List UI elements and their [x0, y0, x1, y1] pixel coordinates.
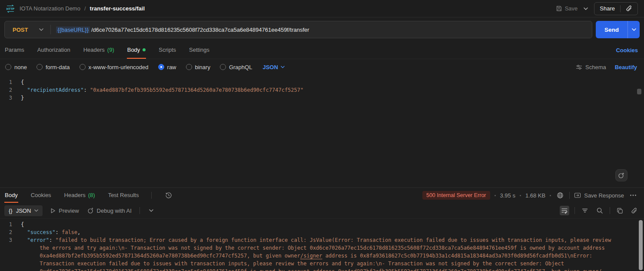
request-tabs: Params Authorization Headers (9) Body Sc… [4, 42, 210, 59]
radio-label: raw [167, 64, 176, 70]
copy-icon [617, 207, 623, 214]
wrap-text-button[interactable] [560, 206, 569, 215]
share-button[interactable]: Share [594, 3, 620, 15]
code-text: { [17, 221, 615, 228]
code-line: 2 "recipientAddress": "0xa4ed887bf2efb39… [0, 86, 644, 94]
more-options-button[interactable] [628, 193, 638, 197]
copy-link-button[interactable] [621, 3, 637, 15]
dot-separator [495, 195, 496, 196]
response-toolbar-right [560, 206, 639, 215]
raw-language-selector[interactable]: JSON [262, 64, 284, 70]
code-line: 3 "error": "failed to build transaction;… [0, 236, 644, 271]
method-selector[interactable]: POST [5, 21, 50, 38]
radio-binary[interactable]: binary [186, 64, 210, 70]
postbot-icon [87, 207, 94, 214]
response-size: 1.68 KB [525, 192, 545, 199]
response-body-editor[interactable]: 1{2 "success": false,3 "error": "failed … [0, 219, 644, 271]
beautify-button[interactable]: Beautify [615, 64, 637, 70]
method-label: POST [13, 27, 28, 33]
save-response-icon [574, 192, 581, 198]
share-button-label: Share [600, 5, 615, 12]
schema-button[interactable]: Schema [576, 64, 606, 70]
filter-icon [581, 207, 588, 214]
dot-separator [520, 195, 521, 196]
code-text: "error": "failed to build transaction; E… [17, 236, 615, 271]
topbar-actions: Save Share [556, 2, 638, 15]
ai-sparkle-icon [618, 172, 625, 179]
tab-label: Authorization [37, 47, 70, 53]
tab-label: Scripts [159, 47, 176, 53]
tab-params[interactable]: Params [4, 42, 25, 59]
debug-with-ai-button[interactable]: Debug with AI [87, 207, 132, 214]
save-icon [556, 5, 562, 12]
radio-form-data[interactable]: form-data [37, 64, 70, 70]
request-body-editor[interactable]: 1{2 "recipientAddress": "0xa4ed887bf2efb… [0, 75, 644, 187]
filter-button[interactable] [580, 206, 590, 215]
search-button[interactable] [595, 206, 604, 215]
line-number: 3 [0, 94, 17, 102]
response-scrollbar-thumb[interactable] [639, 220, 643, 270]
tab-authorization[interactable]: Authorization [37, 42, 71, 59]
network-info-button[interactable] [555, 191, 565, 200]
save-button[interactable]: Save [556, 5, 578, 12]
tab-response-body[interactable]: Body [4, 188, 18, 203]
send-options-chevron-icon[interactable] [627, 21, 640, 38]
copy-response-link-button[interactable] [630, 206, 639, 215]
radio-raw[interactable]: raw [158, 64, 176, 70]
response-history-button[interactable] [164, 191, 173, 200]
breadcrumb-collection[interactable]: IOTA Notarization Demo [20, 5, 80, 12]
tab-response-cookies[interactable]: Cookies [30, 188, 52, 203]
radio-x-www-form-urlencoded[interactable]: x-www-form-urlencoded [80, 64, 149, 70]
share-group: Share [594, 2, 638, 15]
divider [569, 192, 570, 199]
more-actions-chevron-icon[interactable] [148, 208, 155, 213]
request-body-code: 1{2 "recipientAddress": "0xa4ed887bf2efb… [0, 78, 644, 102]
line-number: 1 [0, 78, 17, 86]
breadcrumb-request-name: transfer-success/fail [90, 5, 145, 12]
divider [139, 207, 140, 214]
copy-response-button[interactable] [615, 206, 624, 215]
save-response-button[interactable]: Save Response [574, 192, 624, 199]
tab-label: Settings [189, 47, 209, 53]
radio-graphql[interactable]: GraphQL [220, 64, 252, 70]
code-line: 3} [0, 94, 644, 102]
tab-headers[interactable]: Headers (9) [83, 42, 115, 59]
tab-scripts[interactable]: Scripts [158, 42, 176, 59]
radio-circle-selected-icon [158, 64, 164, 70]
line-number: 1 [0, 221, 17, 228]
ellipsis-icon [630, 194, 637, 196]
tab-label: Headers [64, 192, 86, 198]
code-text: } [17, 94, 615, 102]
code-text: "recipientAddress": "0xa4ed887bf2efb395b… [17, 86, 615, 94]
body-type-row: none form-data x-www-form-urlencoded raw… [0, 59, 644, 75]
tab-label: Cookies [31, 192, 51, 198]
tab-settings[interactable]: Settings [189, 42, 210, 59]
preview-button[interactable]: Preview [50, 207, 79, 214]
tab-test-results[interactable]: Test Results [108, 188, 139, 203]
play-icon [50, 208, 56, 214]
send-button[interactable]: Send [596, 21, 627, 38]
radio-circle-icon [80, 64, 86, 70]
sliders-icon [576, 64, 582, 70]
line-number: 2 [0, 228, 17, 236]
tab-response-headers[interactable]: Headers (8) [64, 188, 96, 203]
ai-assistant-button[interactable] [615, 169, 627, 181]
url-input[interactable]: {{baseURL}}/d6ce7026a77ec15dc6178d816235… [51, 27, 592, 33]
radio-label: none [14, 64, 27, 70]
headers-count: (8) [88, 192, 95, 198]
response-tabs: Body Cookies Headers (8) Test Results [4, 188, 173, 203]
tab-body[interactable]: Body [127, 42, 146, 59]
code-text: "success": false, [17, 228, 615, 236]
breadcrumb-separator: / [84, 5, 86, 12]
editor-scrollbar-thumb[interactable] [637, 89, 641, 94]
response-toolbar-left: {} JSON Preview Debug with AI [4, 205, 155, 216]
response-header: Body Cookies Headers (8) Test Results [0, 187, 644, 203]
language-label: JSON [262, 64, 278, 70]
response-format-selector[interactable]: {} JSON [4, 205, 43, 216]
code-line: 2 "success": false, [0, 228, 644, 236]
radio-none[interactable]: none [5, 64, 27, 70]
search-icon [596, 207, 603, 214]
cookies-link[interactable]: Cookies [616, 47, 638, 54]
save-options-chevron-icon[interactable] [582, 6, 590, 12]
body-modified-dot [143, 48, 146, 51]
